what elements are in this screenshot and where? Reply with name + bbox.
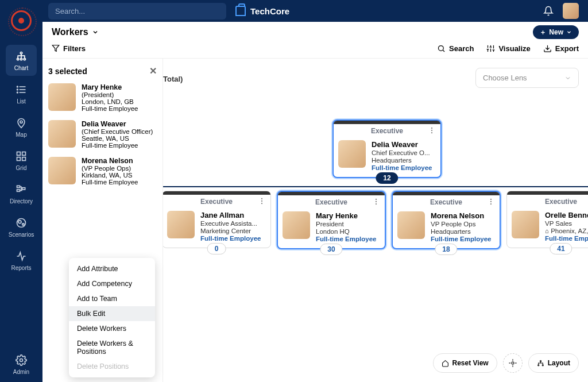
nav-label: Scenarios (9, 231, 34, 238)
menu-add-competency[interactable]: Add Competency (69, 276, 155, 291)
svg-point-40 (261, 198, 262, 199)
chevron-down-icon (564, 75, 571, 82)
svg-rect-13 (17, 157, 21, 161)
svg-point-46 (490, 199, 492, 200)
selection-item[interactable]: Mary Henke (President) London, LND, GB F… (48, 83, 157, 112)
page-title[interactable]: Workers (52, 27, 99, 37)
nav-map[interactable]: Map (6, 111, 37, 142)
export-button[interactable]: Export (543, 44, 579, 53)
selection-item[interactable]: Delia Weaver (Chief Executive Officer) S… (48, 120, 157, 149)
recenter-button[interactable] (503, 353, 523, 373)
svg-point-20 (22, 223, 24, 225)
map-pin-icon (16, 117, 27, 129)
kebab-icon[interactable] (428, 126, 436, 134)
card-count[interactable]: 0 (207, 243, 226, 254)
bell-icon[interactable] (543, 6, 554, 16)
kebab-icon[interactable] (258, 197, 266, 205)
user-avatar[interactable] (563, 3, 579, 19)
left-sidebar: Chart List Map Grid Directory Scenarios … (0, 0, 42, 382)
avatar (283, 211, 310, 239)
menu-add-attribute[interactable]: Add Attribute (69, 261, 155, 276)
menu-delete-workers[interactable]: Delete Workers (69, 321, 155, 336)
avatar (397, 211, 425, 239)
card-role: VP Sales (545, 220, 588, 227)
nav-grid[interactable]: Grid (6, 145, 37, 176)
layout-button[interactable]: Layout (528, 353, 579, 373)
card-role: Chief Executive O... (372, 149, 432, 156)
svg-point-3 (24, 58, 25, 60)
svg-point-43 (376, 199, 377, 200)
menu-delete-positions: Delete Positions (69, 359, 155, 374)
svg-point-59 (542, 364, 543, 365)
nav-label: Map (16, 132, 26, 138)
nav-list[interactable]: List (6, 78, 37, 109)
card-name: Jane Allman (200, 211, 261, 219)
org-chart-icon (16, 51, 27, 62)
home-icon (442, 360, 449, 367)
sel-type: Full-time Employee (82, 142, 153, 149)
org-card[interactable]: Executive Jane Allman Executive Assista.… (162, 191, 271, 248)
card-name: Mary Henke (316, 211, 376, 220)
plus-icon (540, 29, 546, 36)
svg-point-2 (20, 58, 22, 60)
svg-rect-15 (17, 186, 20, 187)
avatar (48, 157, 76, 184)
nav-reports[interactable]: Reports (6, 245, 37, 276)
kebab-icon[interactable] (372, 198, 380, 206)
canvas-controls: Reset View Layout (433, 353, 579, 373)
card-count[interactable]: 41 (550, 243, 572, 254)
choose-lens-select[interactable]: Choose Lens (475, 68, 579, 88)
card-type: Full-time Employee (431, 236, 491, 242)
menu-bulk-edit[interactable]: Bulk Edit (69, 306, 155, 321)
svg-point-44 (376, 201, 377, 202)
sel-name: Delia Weaver (82, 120, 153, 128)
avatar (48, 120, 76, 148)
sliders-icon (486, 44, 495, 53)
org-card[interactable]: Executive Mary Henke President London HQ… (277, 191, 386, 249)
close-selection-button[interactable]: ✕ (149, 65, 157, 76)
nav-label: Directory (10, 198, 33, 204)
avatar (512, 211, 539, 238)
menu-add-to-team[interactable]: Add to Team (69, 291, 155, 306)
directory-icon (16, 184, 27, 195)
filters-button[interactable]: Filters (52, 44, 86, 53)
card-count[interactable]: 18 (435, 244, 457, 255)
card-dept: Executive (545, 198, 577, 206)
nav-chart[interactable]: Chart (6, 45, 37, 76)
new-button[interactable]: New (533, 25, 579, 39)
svg-line-26 (443, 50, 444, 52)
global-search-input[interactable] (48, 3, 226, 20)
menu-delete-workers-positions[interactable]: Delete Workers & Positions (69, 336, 155, 359)
selection-item[interactable]: Morena Nelson (VP People Ops) Kirkland, … (48, 157, 157, 186)
org-card[interactable]: Executive Morena Nelson VP People Ops He… (392, 191, 501, 249)
nav-scenarios[interactable]: Scenarios (6, 211, 37, 242)
org-card-anchor[interactable]: Executive Delia Weaver Chief Executive O… (332, 119, 442, 178)
card-loc: ⌂ Phoenix, AZ, U (545, 227, 588, 234)
svg-rect-16 (17, 190, 20, 191)
card-count[interactable]: 30 (320, 244, 342, 255)
visualize-button[interactable]: Visualize (486, 44, 530, 53)
svg-point-45 (376, 203, 377, 204)
org-card[interactable]: Executive Orelle Bennett VP Sales ⌂ Phoe… (506, 191, 588, 248)
svg-point-38 (431, 130, 432, 131)
svg-point-41 (261, 200, 262, 202)
nav-label: Chart (14, 65, 28, 71)
page-header: Workers New Filters Search Visualize E (42, 22, 588, 59)
nav-label: Grid (16, 165, 27, 171)
card-type: Full-time Empl (545, 235, 588, 242)
svg-rect-17 (22, 188, 25, 190)
nav-directory[interactable]: Directory (6, 178, 37, 209)
svg-rect-12 (22, 152, 26, 156)
card-count[interactable]: 12 (376, 172, 398, 184)
svg-point-48 (490, 203, 492, 204)
svg-point-39 (431, 132, 432, 133)
brand-name: TechCore (250, 6, 289, 16)
nav-admin[interactable]: Admin (6, 349, 37, 380)
search-button[interactable]: Search (437, 44, 474, 53)
svg-rect-11 (17, 152, 21, 156)
kebab-icon[interactable] (487, 198, 495, 206)
sel-loc: London, LND, GB (82, 98, 138, 105)
brand: TechCore (235, 6, 289, 16)
reset-view-button[interactable]: Reset View (433, 353, 497, 373)
card-loc: Headquarters (431, 228, 491, 235)
